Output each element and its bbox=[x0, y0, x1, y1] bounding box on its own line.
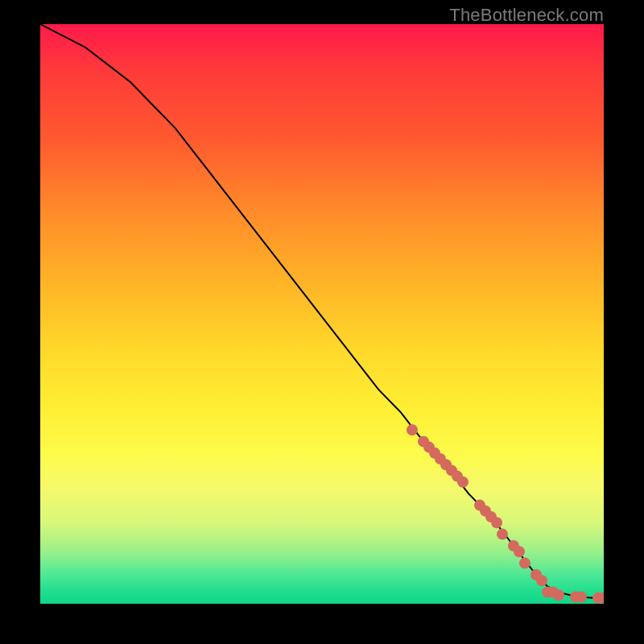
chart-frame: TheBottleneck.com bbox=[0, 0, 644, 644]
plot-area bbox=[40, 24, 604, 604]
attribution-label: TheBottleneck.com bbox=[449, 5, 604, 26]
